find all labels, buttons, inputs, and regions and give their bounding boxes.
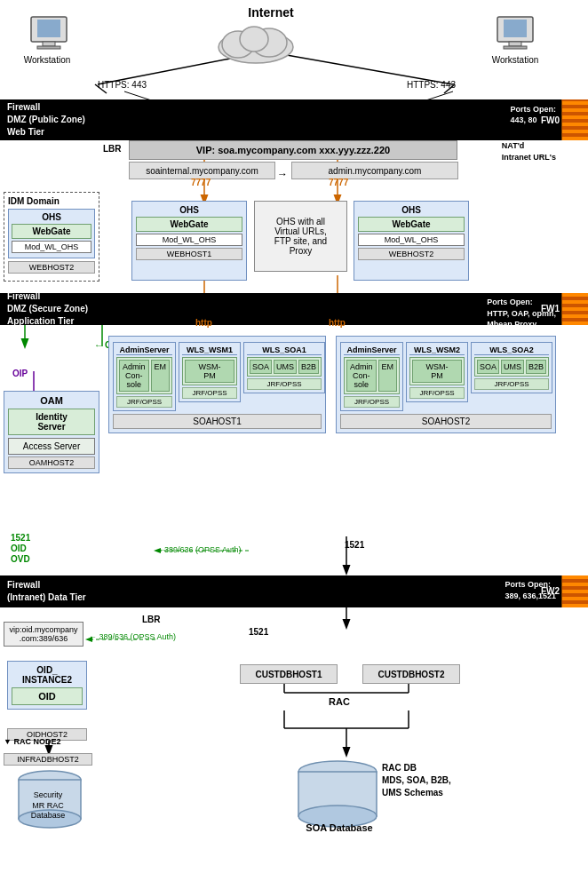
- port-1521-middle: 1521: [345, 595, 364, 605]
- custdbhost2-box: CUSTDBHOST2: [362, 664, 460, 684]
- lbr-label: LBR: [103, 144, 122, 154]
- vip-label: VIP: soa.mycompany.com xxx.yyy.zzz.220: [196, 145, 390, 155]
- ports-443-80: Ports Open: 443, 80: [510, 105, 556, 125]
- arrow-soa-admin: →: [277, 168, 288, 180]
- rac-db-label: RAC DB MDS, SOA, B2B, UMS Schemas: [382, 762, 451, 799]
- b2b1: B2B: [298, 360, 319, 374]
- custdbhost1-label: CUSTDBHOST1: [255, 670, 322, 679]
- ohs-left-label: OHS: [12, 212, 91, 222]
- port-7777-left: 7777: [191, 178, 211, 187]
- wls-wsm2-label: WLS_WSM2: [409, 345, 465, 355]
- vip-oid-box: vip:oid.mycompany .com:389/636: [4, 622, 83, 647]
- soahost1-outer: AdminServer AdminCon-sole EM JRF/OPSS WL…: [108, 336, 326, 433]
- wls-wsm2-box: WLS_WSM2 WSM-PM JRF/OPSS: [406, 342, 468, 402]
- ports-http-oap: Ports Open: HTTP, OAP, opmn, Mbean Proxy: [487, 297, 556, 330]
- idm-domain-label: IDM Domain: [8, 196, 95, 206]
- webgate-webhost1: WebGate: [136, 217, 242, 232]
- ports-389-636: Ports Open: 389, 636,1521: [505, 579, 556, 601]
- webhost2-right-label: WEBHOST2: [358, 248, 465, 260]
- oam-label: OAM: [8, 395, 95, 406]
- soa1: SOA: [250, 360, 272, 374]
- port-7777-right: 7777: [329, 178, 348, 187]
- jrf-opss1b: JRF/OPSS: [182, 387, 237, 399]
- https-right-label: HTTPS: 443: [407, 80, 456, 90]
- em2: EM: [378, 360, 398, 392]
- firewall-dmz-bar: Firewall DMZ (Public Zone) Web Tier FW0: [0, 99, 588, 140]
- soahost1-label: SOAHOST1: [113, 414, 322, 429]
- admin-console1: AdminCon-sole: [119, 360, 149, 392]
- ohs-left-block: OHS WebGate Mod_WL_OHS: [8, 209, 95, 258]
- idm-domain-box: IDM Domain OHS WebGate Mod_WL_OHS WEBHOS…: [4, 192, 99, 282]
- webhost2-right-box: OHS WebGate Mod_WL_OHS WEBHOST2: [354, 201, 469, 281]
- wsm-pm1: WSM-PM: [185, 360, 234, 383]
- identity-server-label: IdentityServer: [12, 412, 91, 432]
- firewall-app-label: Firewall DMZ (Secure Zone) Application T…: [7, 290, 88, 328]
- access-server-box: Access Server: [8, 438, 95, 455]
- wls-soa2-box: WLS_SOA2 SOA UMS B2B JRF/OPSS: [471, 342, 552, 393]
- lbr-data-label: LBR: [142, 615, 161, 624]
- custdbhost1-box: CUSTDBHOST1: [240, 664, 338, 684]
- vip-box: VIP: soa.mycompany.com xxx.yyy.zzz.220: [129, 140, 457, 160]
- jrf-opss2a: JRF/OPSS: [344, 396, 400, 408]
- admin-console2: AdminCon-sole: [346, 360, 377, 392]
- firewall-data-bar: Firewall (Intranet) Data Tier FW2: [0, 575, 588, 607]
- adminserver2-label: AdminServer: [344, 345, 400, 355]
- fw2-block: [561, 575, 588, 607]
- custdbhost2-label: CUSTDBHOST2: [377, 670, 444, 679]
- rac-label: RAC: [329, 696, 350, 707]
- oid-inner-box: OID: [12, 687, 83, 705]
- adminserver1-box: AdminServer AdminCon-sole EM JRF/OPSS: [113, 342, 176, 411]
- ohs-webhost2r-label: OHS: [358, 205, 465, 215]
- svg-rect-38: [504, 46, 527, 49]
- fw0-block: [561, 99, 588, 140]
- https-left-label: HTTPS: 443: [98, 80, 147, 90]
- oip-label: OIP: [12, 369, 28, 378]
- jrf-opss1c: JRF/OPSS: [247, 378, 322, 390]
- soainternal-box: soainternal.mycompany.com: [129, 162, 275, 179]
- svg-rect-32: [37, 20, 60, 37]
- oap-arrow-icon: ←: [94, 340, 103, 350]
- mod-wl-ohs-left: Mod_WL_OHS: [12, 241, 91, 253]
- svg-rect-34: [37, 46, 60, 49]
- wls-wsm1-box: WLS_WSM1 WSM-PM JRF/OPSS: [179, 342, 241, 402]
- http-right-label: http: [329, 318, 346, 328]
- port-389-636-lbr: ← 389/636 (OPSS Auth): [89, 632, 176, 641]
- identity-server-box: IdentityServer: [8, 409, 95, 435]
- rac-node2-label: ▼ RAC NODE2: [4, 737, 60, 746]
- security-db-label: Security MR RAC Database: [4, 790, 92, 821]
- webhost1-label: WEBHOST1: [136, 248, 242, 260]
- oam-outer-box: OAM IdentityServer Access Server OAMHOST…: [4, 391, 99, 473]
- port-1521-top: 1521: [345, 540, 364, 550]
- webhost2-left-label: WEBHOST2: [8, 261, 95, 274]
- ohs-virtual-box: OHS with all Virtual URLs, FTP site, and…: [254, 201, 347, 272]
- soahost2-label: SOAHOST2: [340, 414, 552, 429]
- oamhost2-label: OAMHOST2: [8, 456, 95, 469]
- jrf-opss1a: JRF/OPSS: [116, 396, 172, 408]
- svg-rect-37: [509, 42, 521, 46]
- ovd-label-left: OVD: [11, 554, 30, 564]
- em1: EM: [151, 360, 171, 392]
- soa-db-label: SOA Database: [304, 822, 375, 833]
- webgate-webhost2r: WebGate: [358, 217, 465, 232]
- ohs-webhost1-label: OHS: [136, 205, 242, 215]
- admin-url-box: admin.mycompany.com: [291, 162, 458, 179]
- diagram-page: Internet Workstation Workstation HTTPS: …: [0, 0, 588, 873]
- firewall-dmz-label: Firewall DMZ (Public Zone) Web Tier: [7, 101, 85, 139]
- oid-label: OID: [38, 691, 56, 702]
- adminserver2-box: AdminServer AdminCon-sole EM JRF/OPSS: [340, 342, 403, 411]
- cloud-icon: [211, 16, 300, 67]
- workstation-right-label: Workstation: [484, 55, 546, 65]
- firewall-data-label: Firewall (Intranet) Data Tier: [7, 579, 86, 604]
- jrf-opss2b: JRF/OPSS: [409, 387, 465, 399]
- ohs-virtual-label: OHS with all Virtual URLs, FTP site, and…: [274, 217, 327, 256]
- wls-soa1-box: WLS_SOA1 SOA UMS B2B JRF/OPSS: [243, 342, 325, 393]
- wsm-pm2: WSM-PM: [412, 360, 462, 383]
- oid-instance2-label: OID_ INSTANCE2: [12, 665, 83, 685]
- nat-label: NAT'd Intranet URL's: [502, 140, 556, 163]
- mod-wl-ohs-wh1: Mod_WL_OHS: [136, 234, 242, 246]
- soainternal-label: soainternal.mycompany.com: [146, 166, 258, 176]
- dashed-arrow-left: ←: [158, 545, 166, 554]
- svg-rect-36: [504, 20, 527, 37]
- http-left-label: http: [195, 318, 212, 328]
- soa-db-cylinder: [293, 759, 382, 832]
